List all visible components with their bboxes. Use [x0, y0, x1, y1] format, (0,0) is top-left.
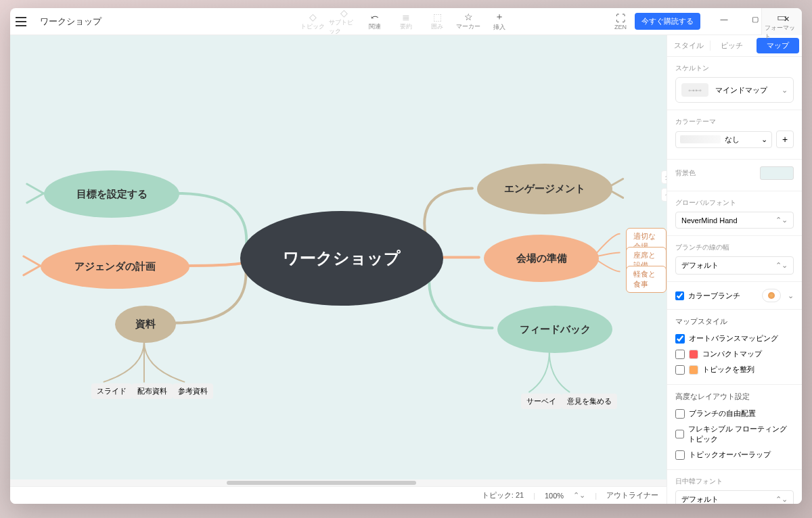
- checkbox[interactable]: [675, 429, 684, 439]
- child-node[interactable]: 参考資料: [173, 383, 213, 399]
- add-theme-button[interactable]: +: [776, 131, 794, 148]
- global-font-select[interactable]: NeverMind Hand ⌃⌄: [675, 212, 794, 229]
- titlebar: ワークショップ ◇トピック◇サブトピック⤺関連≣要約⬚囲み☆マーカー＋挿入 ⛶Z…: [10, 8, 802, 35]
- zen-icon: ⛶: [616, 13, 625, 24]
- branch-node[interactable]: 目標を設定する: [44, 170, 179, 218]
- zoom-chev[interactable]: ⌃⌄: [573, 491, 585, 500]
- tab-pitch[interactable]: ピッチ: [710, 35, 753, 56]
- minimize-button[interactable]: —: [708, 8, 740, 30]
- hint-pill: ク: [661, 170, 667, 184]
- panel-color-branch: カラーブランチ ⌄: [667, 282, 802, 310]
- branch-node[interactable]: エンゲージメント: [477, 164, 612, 214]
- mindmap-canvas[interactable]: ワークショップ目標を設定するアジェンダの計画資料スライド配布資料参考資料エンゲー…: [10, 35, 667, 479]
- cjk-font-select[interactable]: デフォルト ⌃⌄: [675, 490, 794, 504]
- zoom-level[interactable]: 100%: [545, 492, 564, 500]
- checkbox[interactable]: [675, 365, 685, 375]
- color-branch-checkbox[interactable]: [675, 291, 684, 300]
- map-style-item[interactable]: コンパクトマップ: [675, 346, 794, 362]
- outliner-button[interactable]: アウトライナー: [606, 490, 658, 500]
- chevron-updown-icon: ⌃⌄: [775, 216, 788, 225]
- chevron-updown-icon: ⌃⌄: [775, 495, 788, 504]
- panel-branch-width: ブランチの線の幅 デフォルト ⌃⌄: [667, 236, 802, 282]
- advanced-item[interactable]: フレキシブル フローティング トピック: [675, 421, 794, 447]
- insert-button[interactable]: ＋挿入: [484, 8, 514, 35]
- window-controls: — ▢ ✕: [708, 8, 802, 30]
- side-panel: スタイル ピッチ マップ スケルトン ⊶⊷ マインドマップ ⌄ カラーテーマ: [667, 35, 802, 504]
- checkbox[interactable]: [675, 409, 685, 419]
- global-font-label: グローバルフォント: [675, 198, 794, 208]
- map-style-label: マップスタイル: [675, 316, 794, 327]
- map-style-item[interactable]: トピックを整列: [675, 362, 794, 377]
- marker-button[interactable]: ☆マーカー: [453, 8, 483, 35]
- branch-node[interactable]: アジェンダの計画: [41, 245, 189, 289]
- item-label: コンパクトマップ: [702, 349, 762, 359]
- app-window: ワークショップ ◇トピック◇サブトピック⤺関連≣要約⬚囲み☆マーカー＋挿入 ⛶Z…: [10, 8, 802, 504]
- branch-node[interactable]: 資料: [115, 306, 176, 343]
- topic-label: トピック: [300, 22, 325, 31]
- color-theme-label: カラーテーマ: [675, 117, 794, 126]
- child-node[interactable]: スライド: [91, 383, 132, 399]
- checkbox[interactable]: [675, 450, 685, 460]
- branch-width-value: デフォルト: [681, 260, 719, 270]
- chevron-down-icon: ⌄: [788, 291, 794, 300]
- theme-preview-icon: [680, 135, 721, 143]
- subtopic-button: ◇サブトピック: [329, 8, 359, 35]
- relation-icon: ⤺: [371, 11, 379, 22]
- chevron-updown-icon: ⌃⌄: [775, 261, 788, 270]
- branch-width-select[interactable]: デフォルト ⌃⌄: [675, 256, 794, 275]
- central-node[interactable]: ワークショップ: [240, 211, 443, 306]
- zen-button[interactable]: ⛶ZEN: [606, 8, 635, 35]
- canvas-wrap: ワークショップ目標を設定するアジェンダの計画資料スライド配布資料参考資料エンゲー…: [10, 35, 667, 504]
- advanced-label: 高度なレイアウト設定: [675, 392, 794, 402]
- pro-badge-icon: [689, 365, 698, 375]
- zen-label: ZEN: [614, 24, 627, 30]
- skeleton-select[interactable]: ⊶⊷ マインドマップ ⌄: [675, 77, 794, 103]
- subtopic-label: サブトピック: [329, 18, 359, 36]
- skeleton-label: スケルトン: [675, 64, 794, 73]
- boundary-label: 囲み: [431, 22, 443, 31]
- statusbar: トピック: 21 | 100% ⌃⌄ | アウトライナー: [10, 486, 667, 504]
- toolbar-center: ◇トピック◇サブトピック⤺関連≣要約⬚囲み☆マーカー＋挿入: [298, 8, 514, 35]
- chevron-down-icon: ⌄: [782, 86, 788, 95]
- item-label: ブランチの自由配置: [689, 408, 756, 419]
- checkbox[interactable]: [675, 350, 685, 359]
- marker-label: マーカー: [456, 22, 480, 31]
- relation-button[interactable]: ⤺関連: [360, 8, 390, 35]
- menu-icon[interactable]: [16, 14, 32, 30]
- branch-node[interactable]: 会場の準備: [484, 235, 599, 282]
- advanced-item[interactable]: トピックオーバーラップ: [675, 447, 794, 463]
- scrollbar-thumb[interactable]: [227, 481, 416, 485]
- body: ワークショップ目標を設定するアジェンダの計画資料スライド配布資料参考資料エンゲー…: [10, 35, 802, 504]
- child-node[interactable]: 軽食と食事: [626, 266, 667, 293]
- close-button[interactable]: ✕: [771, 8, 802, 30]
- child-node[interactable]: 意見を集める: [562, 394, 617, 409]
- offscreen-hints: クイ: [661, 170, 667, 202]
- purchase-button[interactable]: 今すぐ購読する: [635, 13, 700, 30]
- pro-badge-icon: [689, 350, 698, 359]
- panel-cjk-font: 日中韓フォント デフォルト ⌃⌄ 中国語、日本語、韓国語フォントを設定した後、西…: [667, 470, 802, 504]
- panel-map-style: マップスタイル オートバランスマッピングコンパクトマップトピックを整列: [667, 310, 802, 385]
- branch-node[interactable]: フィードバック: [497, 306, 612, 353]
- bg-label: 背景色: [675, 168, 696, 178]
- horizontal-scrollbar[interactable]: [10, 479, 667, 486]
- advanced-item[interactable]: ブランチの自由配置: [675, 406, 794, 421]
- topic-count: トピック: 21: [482, 490, 524, 500]
- cjk-font-value: デフォルト: [681, 494, 719, 504]
- color-theme-select[interactable]: なし ⌄: [675, 131, 772, 148]
- item-label: オートバランスマッピング: [689, 333, 778, 344]
- child-node[interactable]: 配布資料: [132, 383, 173, 399]
- maximize-button[interactable]: ▢: [740, 8, 771, 30]
- doc-title: ワークショップ: [40, 16, 102, 28]
- panel-bg: 背景色: [667, 160, 802, 191]
- map-style-item[interactable]: オートバランスマッピング: [675, 331, 794, 346]
- bg-color-swatch[interactable]: [760, 166, 794, 180]
- color-theme-value: なし: [725, 135, 740, 145]
- insert-label: 挿入: [493, 23, 505, 32]
- color-branch-icon[interactable]: [762, 289, 781, 302]
- subtopic-icon: ◇: [340, 8, 348, 18]
- child-node[interactable]: サーベイ: [521, 394, 562, 409]
- panel-global-font: グローバルフォント NeverMind Hand ⌃⌄: [667, 191, 802, 236]
- tab-style[interactable]: スタイル: [667, 35, 710, 56]
- checkbox[interactable]: [675, 334, 685, 344]
- topic-button: ◇トピック: [298, 8, 328, 35]
